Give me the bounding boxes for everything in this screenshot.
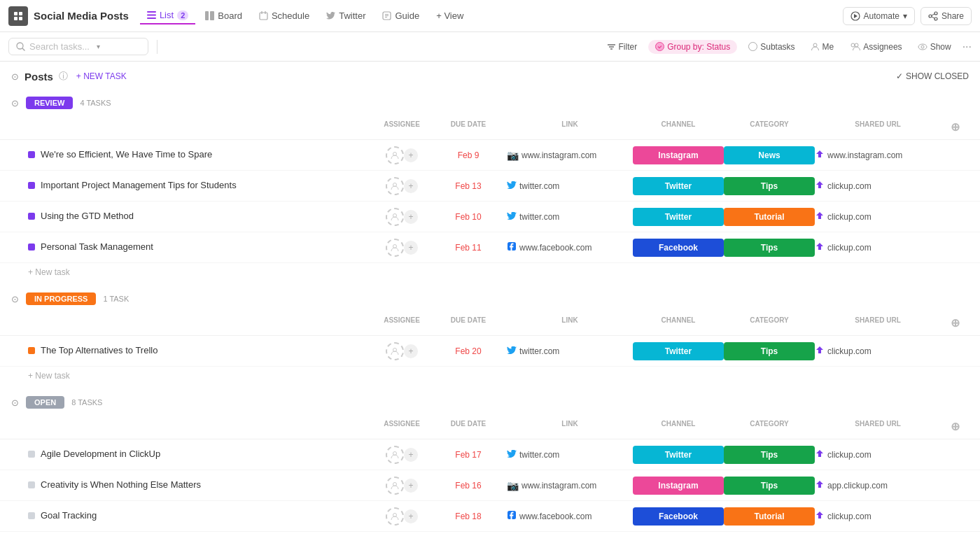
shared-url-cell[interactable]: www.instagram.com: [815, 149, 941, 161]
subtasks-button[interactable]: Subtasks: [744, 40, 799, 54]
category-badge[interactable]: Tutorial: [724, 507, 815, 526]
show-closed-btn[interactable]: ✓ SHOW CLOSED: [896, 71, 969, 81]
share-button[interactable]: Share: [920, 7, 972, 25]
avatar[interactable]: [386, 477, 404, 495]
link-cell[interactable]: www.facebook.com: [507, 241, 633, 253]
category-badge[interactable]: Tips: [724, 239, 815, 257]
link-cell[interactable]: www.facebook.com: [507, 510, 633, 522]
add-assignee-btn[interactable]: +: [404, 479, 418, 493]
task-name[interactable]: Personal Task Management: [41, 241, 153, 253]
link-cell[interactable]: twitter.com: [507, 449, 633, 460]
channel-badge[interactable]: Twitter: [633, 177, 724, 195]
add-assignee-btn[interactable]: +: [404, 179, 418, 193]
tab-twitter[interactable]: Twitter: [319, 8, 372, 24]
add-assignee-btn[interactable]: +: [404, 210, 418, 224]
task-name[interactable]: Creativity is When Nothing Else Matters: [41, 479, 201, 491]
avatar[interactable]: [386, 146, 404, 164]
link-text: twitter.com: [519, 181, 559, 191]
status-badge-in-progress[interactable]: IN PROGRESS: [26, 292, 96, 305]
category-badge[interactable]: Tips: [724, 342, 815, 360]
link-cell[interactable]: 📷 www.instagram.com: [507, 150, 633, 161]
table-row: The Top Alternatives to Trello + Feb 20 …: [0, 336, 980, 367]
assignee-cell: +: [374, 446, 430, 464]
more-options-button[interactable]: ···: [962, 41, 972, 53]
assignees-button[interactable]: Assignees: [845, 40, 906, 54]
avatar[interactable]: [386, 342, 404, 360]
tab-board[interactable]: Board: [198, 8, 249, 24]
table-row: Goal Tracking + Feb 18 www.facebook.com …: [0, 501, 980, 532]
add-assignee-btn[interactable]: +: [404, 344, 418, 358]
group-review-toggle[interactable]: ⊙: [11, 98, 19, 108]
category-badge[interactable]: Tutorial: [724, 208, 815, 226]
task-name-cell: Creativity is When Nothing Else Matters: [28, 474, 374, 497]
shared-url-cell[interactable]: clickup.com: [815, 510, 941, 522]
tab-schedule[interactable]: Schedule: [252, 8, 316, 24]
info-icon[interactable]: ⓘ: [59, 70, 68, 83]
shared-url-cell[interactable]: clickup.com: [815, 211, 941, 223]
category-badge[interactable]: Tips: [724, 177, 815, 195]
channel-badge[interactable]: Twitter: [633, 342, 724, 360]
search-placeholder: Search tasks...: [29, 41, 90, 52]
add-column-btn[interactable]: ⊕: [941, 313, 969, 332]
add-column-btn[interactable]: ⊕: [941, 417, 969, 436]
avatar[interactable]: [386, 446, 404, 464]
category-badge[interactable]: News: [724, 146, 815, 164]
channel-badge[interactable]: Twitter: [633, 446, 724, 464]
shared-url-cell[interactable]: app.clickup.com: [815, 479, 941, 491]
group-in-progress-toggle[interactable]: ⊙: [11, 294, 19, 304]
shared-url-cell[interactable]: clickup.com: [815, 345, 941, 357]
assignee-cell: +: [374, 177, 430, 195]
link-cell[interactable]: 📷 www.instagram.com: [507, 480, 633, 491]
avatar[interactable]: [386, 239, 404, 257]
add-assignee-btn[interactable]: +: [404, 241, 418, 255]
channel-badge[interactable]: Twitter: [633, 208, 724, 226]
status-badge-review[interactable]: REVIEW: [26, 97, 73, 109]
review-new-task-btn[interactable]: + New task: [0, 263, 980, 281]
tab-guide[interactable]: Guide: [375, 8, 426, 24]
avatar[interactable]: [386, 177, 404, 195]
channel-badge[interactable]: Instagram: [633, 146, 724, 164]
group-open: ⊙ OPEN 8 TASKS ASSIGNEE DUE DATE LINK CH…: [0, 390, 980, 532]
add-column-btn[interactable]: ⊕: [941, 118, 969, 136]
link-cell[interactable]: twitter.com: [507, 211, 633, 223]
toolbar-right: Filter Group by: Status Subtasks Me Assi…: [603, 40, 972, 54]
group-open-toggle[interactable]: ⊙: [11, 397, 19, 408]
channel-badge[interactable]: Instagram: [633, 477, 724, 495]
task-name[interactable]: We're so Efficient, We Have Time to Spar…: [41, 149, 212, 161]
shared-url-cell[interactable]: clickup.com: [815, 449, 941, 460]
link-icon: [507, 181, 517, 192]
task-name[interactable]: The Top Alternatives to Trello: [41, 345, 158, 357]
group-by-button[interactable]: Group by: Status: [648, 40, 737, 54]
filter-label: Filter: [619, 42, 638, 52]
task-name[interactable]: Using the GTD Method: [41, 211, 134, 223]
task-name[interactable]: Agile Development in ClickUp: [41, 449, 160, 460]
link-cell[interactable]: twitter.com: [507, 181, 633, 192]
in-progress-new-task-btn[interactable]: + New task: [0, 367, 980, 385]
task-name[interactable]: Important Project Management Tips for St…: [41, 180, 237, 192]
tab-list[interactable]: List 2: [140, 7, 195, 24]
add-assignee-btn[interactable]: +: [404, 509, 418, 523]
automate-button[interactable]: Automate ▾: [843, 7, 915, 25]
group-in-progress: ⊙ IN PROGRESS 1 TASK ASSIGNEE DUE DATE L…: [0, 287, 980, 385]
shared-url-cell[interactable]: clickup.com: [815, 180, 941, 192]
filter-button[interactable]: Filter: [603, 40, 642, 54]
avatar[interactable]: [386, 208, 404, 226]
category-badge[interactable]: Tips: [724, 446, 815, 464]
add-view-btn[interactable]: + View: [429, 8, 470, 24]
section-collapse-btn[interactable]: ⊙: [11, 71, 19, 82]
shared-url-cell[interactable]: clickup.com: [815, 241, 941, 253]
section-new-task-btn[interactable]: + NEW TASK: [76, 71, 127, 81]
channel-badge[interactable]: Facebook: [633, 239, 724, 257]
add-assignee-btn[interactable]: +: [404, 148, 418, 162]
me-button[interactable]: Me: [806, 40, 839, 54]
category-badge[interactable]: Tips: [724, 477, 815, 495]
search-box[interactable]: Search tasks... ▾: [8, 38, 148, 55]
avatar[interactable]: [386, 507, 404, 526]
add-assignee-btn[interactable]: +: [404, 448, 418, 462]
show-button[interactable]: Show: [913, 40, 955, 54]
channel-badge[interactable]: Facebook: [633, 507, 724, 526]
svg-rect-4: [147, 11, 156, 13]
status-badge-open[interactable]: OPEN: [26, 396, 64, 409]
link-cell[interactable]: twitter.com: [507, 346, 633, 357]
task-name[interactable]: Goal Tracking: [41, 510, 97, 522]
